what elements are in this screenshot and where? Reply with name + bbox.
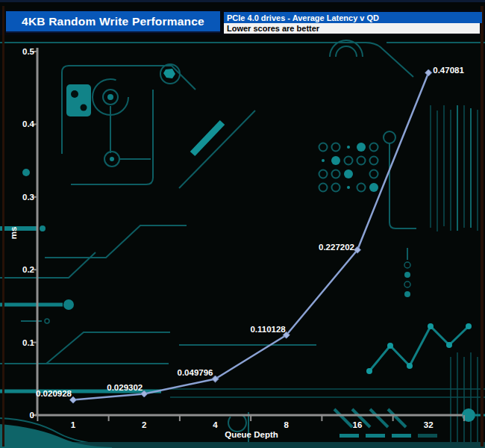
series-line: [73, 72, 428, 399]
chart-title-box: 4KB Random Write Performance: [6, 11, 220, 31]
data-label-qd2: 0.029302: [107, 383, 143, 392]
x-tick-label: 16: [353, 420, 363, 429]
x-tick-label: 32: [424, 420, 434, 429]
y-tick-label: 0.1: [22, 338, 35, 347]
chart-note: Lower scores are better: [227, 24, 319, 33]
data-label-qd32: 0.47081: [433, 66, 464, 75]
chart-subtitle: PCIe 4.0 drives - Average Latency v QD: [227, 13, 379, 22]
y-tick-label: 0: [30, 411, 34, 420]
x-tick-label: 2: [142, 420, 146, 429]
data-label-qd8: 0.110128: [250, 325, 286, 334]
x-axis-title: Queue Depth: [225, 430, 278, 439]
y-axis-title: ms: [9, 227, 18, 240]
chart-subtitle-bar: PCIe 4.0 drives - Average Latency v QD: [224, 12, 482, 23]
data-label-qd4: 0.049796: [178, 368, 213, 377]
y-tick-label: 0.2: [22, 265, 34, 274]
x-tick-label: 8: [284, 420, 290, 429]
chart-panel: 00.10.20.30.40.512481632msQueue Depth0.0…: [0, 0, 485, 448]
data-point-marker-qd32: [425, 69, 432, 76]
data-label-qd1: 0.020928: [36, 389, 72, 398]
chart-title: 4KB Random Write Performance: [22, 15, 204, 28]
x-tick-label: 4: [213, 420, 218, 429]
data-label-qd16: 0.227202: [319, 243, 354, 252]
y-tick-label: 0.3: [22, 193, 34, 202]
y-tick-label: 0.4: [22, 119, 35, 128]
chart-note-bar: Lower scores are better: [224, 23, 480, 34]
y-tick-label: 0.5: [22, 47, 35, 56]
chart-canvas: 00.10.20.30.40.512481632msQueue Depth0.0…: [0, 0, 485, 448]
x-tick-label: 1: [71, 420, 76, 429]
circuit-background-icon: [0, 0, 485, 448]
